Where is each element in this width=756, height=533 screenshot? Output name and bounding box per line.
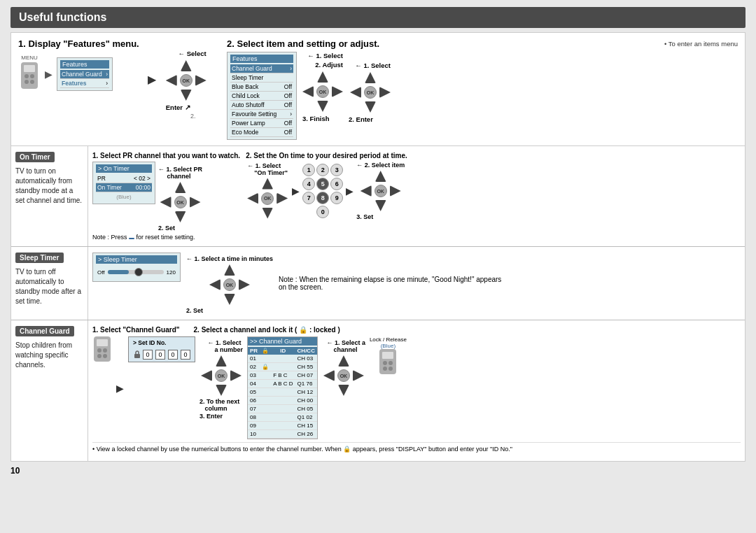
adjust-label-2: 2. Adjust [315, 61, 343, 69]
ok-ontimer-1[interactable]: OK [174, 196, 187, 208]
feat-eco-mode: Eco ModeOff [230, 128, 293, 137]
num-6[interactable]: 6 [330, 178, 343, 190]
on-timer-screen: > On Timer PR< 02 > On Timer00:00 (Blue) [92, 162, 155, 204]
on-timer-tag: On Timer [15, 152, 55, 162]
remote-icon [18, 62, 41, 92]
num-8[interactable]: 8 [316, 192, 329, 204]
select-pr-label: ← 1. Select PR channel [158, 166, 202, 180]
on-timer-pr-row: PR< 02 > [96, 174, 152, 183]
step2-block: 2. Select item and setting or adjust. • … [227, 38, 738, 140]
ch-guard-table: PR🔒IDCH/CC 01CH 03 02🔒CH 55 03F B CCH 07… [248, 347, 317, 439]
pin-box-4: 0 [181, 350, 190, 360]
channel-guard-desc: Stop children from watching specific cha… [15, 341, 83, 370]
features-item-features: Features› [60, 79, 109, 88]
dpad-ontimer-3: OK [359, 169, 402, 213]
slider-thumb[interactable] [134, 268, 143, 276]
step2-desc: Select item and setting or adjust. [237, 38, 379, 49]
dpad-ch-2: OK [322, 354, 365, 397]
enter-num-1: 2. [190, 113, 196, 120]
feat-sleep-timer: Sleep Timer [230, 73, 293, 83]
lock-icon-pin [133, 350, 141, 358]
feat-blue-back: Blue BackOff [230, 83, 293, 92]
arrow1: ▶ [45, 69, 52, 80]
numpad: 1 2 3 4 5 6 7 8 9 [302, 164, 343, 218]
step1-number: 1. Display "Features" menu. [18, 38, 139, 49]
ok-ch-1[interactable]: OK [215, 369, 227, 382]
num-2[interactable]: 2 [316, 164, 329, 176]
num-5[interactable]: 5 [316, 178, 329, 190]
on-timer-desc: TV to turn on automatically from standby… [15, 166, 83, 206]
finish-label-2: 3. Finish [302, 115, 330, 122]
ok-sleep[interactable]: OK [223, 278, 236, 291]
select-ch-label: ← 1. Select a channel [326, 339, 365, 353]
num-3[interactable]: 3 [330, 164, 343, 176]
svg-point-17 [383, 367, 387, 371]
feat-child-lock: Child LockOff [230, 92, 293, 101]
svg-point-2 [24, 74, 29, 78]
enter-label-3: 2. Enter [349, 115, 373, 123]
sleep-timer-desc: TV to turn off automatically to standby … [15, 267, 83, 306]
ok-btn-2[interactable]: OK [316, 85, 329, 98]
arrow-ch1: ▶ [116, 383, 124, 394]
on-timer-section: On Timer TV to turn on automatically fro… [11, 146, 745, 247]
pin-screen: > Set ID No. 0 0 0 0 [128, 336, 195, 362]
features-menu-screen: Features Channel Guard› Features› [57, 57, 113, 91]
blue-btn[interactable] [129, 238, 134, 239]
ok-btn-3[interactable]: OK [364, 86, 377, 99]
num-7[interactable]: 7 [302, 192, 315, 204]
on-timer-content: 1. Select PR channel that you want to wa… [88, 146, 745, 246]
on-timer-step1-label: 1. Select PR channel that you want to wa… [92, 152, 240, 159]
num-1[interactable]: 1 [302, 164, 315, 176]
top-section: 1. Display "Features" menu. MENU [11, 33, 745, 146]
sleep-timer-title: > Sleep Timer [96, 255, 177, 264]
svg-point-4 [24, 80, 29, 84]
ok-ontimer-2[interactable]: OK [261, 192, 274, 205]
enter-label-ch: 3. Enter [200, 413, 223, 420]
feat-power-lamp: Power LampOff [230, 119, 293, 128]
on-timer-screen-title: > On Timer [96, 164, 152, 173]
svg-rect-1 [24, 65, 35, 72]
select-item-label: ← 2. Select item [356, 162, 405, 169]
select-ontimer-label: ← 1. Select "On Timer" [247, 162, 288, 176]
dpad-3: OK [349, 71, 392, 114]
pin-box-2: 0 [155, 350, 165, 360]
features-title: Features [60, 60, 109, 69]
remote-icon-ch2 [378, 349, 398, 376]
sleep-timer-tag: Sleep Timer [15, 253, 64, 263]
select-label-2: ← 1. Select [307, 52, 343, 59]
sleep-timer-note: Note : When the remaining elapse is one … [279, 276, 503, 291]
ch-guard-title: >> Channel Guard [248, 337, 317, 346]
sleep-timer-label-col: Sleep Timer TV to turn off automatically… [11, 247, 88, 320]
arrow2: ▶ [148, 73, 156, 86]
enter-label-1: Enter ↗ [166, 104, 190, 111]
svg-point-11 [103, 354, 107, 358]
arrow-ontimer2: ▶ [346, 185, 354, 197]
channel-guard-tag: Channel Guard [15, 326, 74, 336]
step2-number: 2. Select item and setting or adjust. [227, 38, 379, 49]
ok-ch-2[interactable]: OK [337, 369, 350, 382]
dpad-ontimer-1: OK [159, 180, 202, 224]
menu-label: MENU [21, 55, 38, 61]
feat-channel-guard: Channel Guard› [230, 64, 293, 73]
ok-ontimer-3[interactable]: OK [374, 185, 387, 197]
svg-point-9 [103, 348, 107, 353]
step1-desc: Display "Features" menu. [28, 38, 139, 49]
svg-point-15 [383, 361, 387, 365]
ch-step1-label: 1. Select "Channel Guard" [92, 326, 180, 334]
pin-box-3: 0 [168, 350, 178, 360]
num-9[interactable]: 9 [330, 192, 343, 204]
svg-point-5 [30, 80, 34, 84]
svg-point-3 [30, 74, 34, 78]
dpad-1: OK [164, 59, 208, 102]
arrow-ontimer: ▶ [292, 185, 300, 197]
num-0[interactable]: 0 [316, 206, 329, 218]
ok-btn-1[interactable]: OK [180, 74, 192, 87]
blue-label-ch: (Blue) [381, 343, 396, 349]
channel-guard-label-col: Channel Guard Stop children from watchin… [11, 320, 88, 461]
next-col-label: 2. To the next column [200, 398, 239, 412]
num-4[interactable]: 4 [302, 178, 315, 190]
step2-note: • To enter an items menu [664, 40, 738, 48]
select-num-label: ← 1. Select a number [207, 339, 243, 353]
ch-guard-bottom-note: • View a locked channel by use the numer… [92, 442, 741, 455]
features-full-screen: Features Channel Guard› Sleep Timer Blue… [227, 52, 297, 140]
